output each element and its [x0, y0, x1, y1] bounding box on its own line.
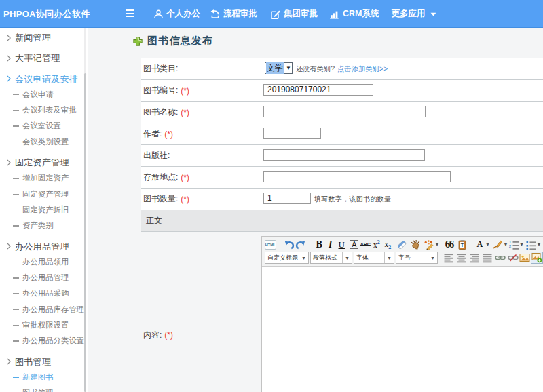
redo-icon[interactable] — [295, 239, 307, 251]
quick-format-icon[interactable] — [424, 239, 435, 251]
font-color-icon-caret[interactable]: ▼ — [485, 239, 491, 251]
toolbar-separator — [280, 239, 280, 250]
sidebar-item-label: 审批权限设置 — [22, 321, 69, 329]
sidebar-group-办公用品管理[interactable]: 办公用品管理 — [0, 239, 88, 254]
sidebar-group-新闻管理[interactable]: 新闻管理 — [0, 30, 88, 45]
heading-select-label: 自定义标题 — [265, 252, 299, 263]
book-number-input[interactable] — [263, 84, 373, 96]
sidebar-item-增加固定资产[interactable]: 增加固定资产 — [0, 170, 88, 186]
ordered-list-icon-caret[interactable]: ▼ — [519, 239, 525, 251]
bold-icon[interactable]: B — [314, 239, 325, 251]
highlight-color-icon[interactable] — [492, 239, 504, 251]
heading-select[interactable]: 自定义标题▼ — [265, 252, 309, 264]
page-title: 图书信息发布 — [133, 35, 213, 47]
paste-text-icon[interactable]: T — [457, 239, 468, 251]
sidebar-item-label: 新建图书 — [22, 373, 54, 381]
field-value — [261, 102, 543, 123]
menu-toggle-icon[interactable] — [126, 9, 134, 18]
superscript-glyph: x2 — [373, 239, 380, 250]
sidebar-item-审批权限设置[interactable]: 审批权限设置 — [0, 317, 88, 333]
sidebar-item-办公用品领用[interactable]: 办公用品领用 — [0, 254, 88, 270]
font-style-glyph: A — [350, 240, 358, 249]
sidebar-item-会议类别设置[interactable]: 会议类别设置 — [0, 134, 88, 150]
italic-icon[interactable]: I — [325, 239, 337, 251]
font-family-select[interactable]: 字体▼ — [354, 252, 394, 264]
hamburger-bar — [126, 13, 134, 14]
nav-item-label: 个人办公 — [166, 8, 200, 20]
align-justify-icon[interactable] — [482, 252, 493, 264]
add-icon — [133, 37, 143, 46]
strikethrough-icon[interactable]: ABC — [360, 239, 371, 251]
font-color-icon[interactable]: A — [474, 239, 486, 251]
editor-toolbar-row1: HTMLBIUAABCx2x2▼66TA▼▼12▼▼ — [265, 238, 543, 252]
underline-icon[interactable]: U — [336, 239, 348, 251]
align-left-icon[interactable] — [443, 252, 455, 264]
person-icon — [153, 9, 164, 20]
field-label: 出版社: — [141, 145, 261, 166]
publisher-input[interactable] — [263, 149, 425, 161]
eraser-icon[interactable] — [396, 239, 408, 251]
sidebar-item-会议室设置[interactable]: 会议室设置 — [0, 118, 88, 134]
font-style-icon[interactable]: A — [349, 239, 360, 251]
superscript-icon[interactable]: x2 — [371, 239, 383, 251]
sidebar-item-办公用品管理[interactable]: 办公用品管理 — [0, 270, 88, 286]
align-right-icon[interactable] — [469, 252, 481, 264]
sidebar-group-大事记管理[interactable]: 大事记管理 — [0, 50, 88, 66]
field-label: 内容:(*) — [141, 232, 261, 392]
unlink-icon[interactable] — [508, 252, 519, 264]
sidebar-item-新建图书[interactable]: 新建图书 — [0, 370, 88, 385]
unordered-list-icon-caret[interactable]: ▼ — [537, 239, 543, 251]
html-source-button[interactable]: HTML — [265, 240, 276, 250]
sidebar-item-办公用品库存管理[interactable]: 办公用品库存管理 — [0, 302, 88, 317]
nav-item-group-approval[interactable]: 集团审批 — [270, 8, 318, 20]
book-quantity-input[interactable] — [263, 193, 311, 204]
paragraph-select[interactable]: 段落格式▼ — [310, 252, 352, 264]
sidebar-item-固定资产折旧[interactable]: 固定资产折旧 — [0, 202, 88, 218]
selected-category-text: 文学 — [266, 62, 284, 74]
font-size-select[interactable]: 字号▼ — [396, 252, 438, 264]
subscript-icon[interactable]: x2 — [382, 239, 394, 251]
sidebar-scrollbar-thumb[interactable] — [84, 73, 86, 392]
sidebar-group-会议申请及安排[interactable]: 会议申请及安排 — [0, 71, 88, 87]
editor-content-area[interactable] — [262, 267, 543, 392]
multi-image-icon[interactable] — [531, 252, 543, 264]
nav-item-personal-office[interactable]: 个人办公 — [153, 8, 200, 20]
dash-icon — [13, 277, 19, 279]
format-brush-icon[interactable] — [410, 239, 422, 251]
undo-icon[interactable] — [284, 239, 295, 251]
field-label-text: 图书编号: — [143, 85, 178, 96]
sidebar-item-会议列表及审批[interactable]: 会议列表及审批 — [0, 102, 88, 118]
field-value: 填写数字，该图书的数量 — [261, 189, 543, 210]
sidebar-item-label: 办公用品分类设置 — [22, 336, 84, 345]
sidebar-item-会议申请[interactable]: 会议申请 — [0, 87, 88, 102]
nav-item-more-apps[interactable]: 更多应用 — [391, 8, 436, 20]
sidebar-item-固定资产管理[interactable]: 固定资产管理 — [0, 187, 88, 202]
storage-location-input[interactable] — [263, 171, 451, 182]
quick-format-icon-caret[interactable]: ▼ — [435, 239, 441, 251]
sidebar-item-办公用品采购[interactable]: 办公用品采购 — [0, 286, 88, 301]
image-icon[interactable] — [519, 252, 531, 264]
book-name-input[interactable] — [263, 106, 426, 117]
toolbar-separator — [310, 239, 310, 250]
sidebar-item-资产类别[interactable]: 资产类别 — [0, 218, 88, 233]
sidebar-item-图书管理[interactable]: 图书管理 — [0, 385, 88, 392]
category-select[interactable]: 文学▼ — [265, 62, 293, 74]
ordered-list-icon[interactable]: 12 — [508, 239, 520, 251]
svg-text:2: 2 — [509, 244, 511, 248]
link-icon[interactable] — [495, 252, 506, 264]
nav-item-crm-system[interactable]: CRM系统 — [329, 8, 379, 20]
form-row-publisher: 出版社: — [141, 145, 543, 167]
add-category-link[interactable]: 点击添加类别>> — [337, 64, 388, 74]
author-input[interactable] — [263, 128, 321, 139]
blockquote-icon[interactable]: 66 — [444, 239, 455, 251]
field-label-text: 作者: — [143, 128, 162, 140]
sidebar-group-固定资产管理[interactable]: 固定资产管理 — [0, 155, 88, 170]
sidebar-item-办公用品分类设置[interactable]: 办公用品分类设置 — [0, 333, 88, 349]
nav-item-label: 集团审批 — [284, 8, 318, 20]
dash-icon — [13, 325, 19, 326]
align-center-icon[interactable] — [456, 252, 468, 264]
nav-item-process-approval[interactable]: 流程审批 — [210, 8, 257, 20]
sidebar-group-图书管理[interactable]: 图书管理 — [0, 354, 88, 370]
unordered-list-icon[interactable] — [525, 239, 537, 251]
dash-icon — [13, 225, 19, 227]
